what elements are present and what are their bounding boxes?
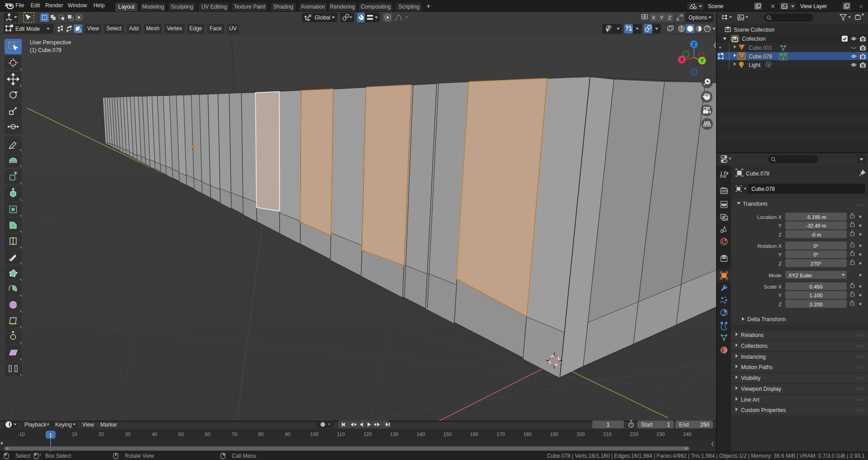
svg-text:250: 250 xyxy=(700,422,709,428)
svg-text:150: 150 xyxy=(443,432,452,437)
svg-text:210: 210 xyxy=(603,432,611,437)
svg-text:90: 90 xyxy=(285,432,290,437)
svg-text:Z: Z xyxy=(778,261,782,266)
svg-text:Y: Y xyxy=(778,223,782,228)
svg-text:190: 190 xyxy=(550,432,558,437)
svg-text:-10: -10 xyxy=(18,432,25,437)
svg-text:40: 40 xyxy=(151,432,157,437)
svg-text:Scale X: Scale X xyxy=(764,284,782,289)
svg-text:80: 80 xyxy=(258,432,264,437)
svg-text:Scene Collection: Scene Collection xyxy=(734,27,774,33)
svg-text:-5.195 m: -5.195 m xyxy=(806,214,826,220)
svg-text:10: 10 xyxy=(72,432,77,437)
svg-text:Marker: Marker xyxy=(100,422,117,428)
svg-text:Rotation X: Rotation X xyxy=(757,243,782,249)
svg-text:Playback: Playback xyxy=(24,422,47,428)
svg-text:170: 170 xyxy=(497,432,505,437)
svg-text:Scene: Scene xyxy=(708,3,723,9)
svg-text:Z: Z xyxy=(778,232,782,237)
svg-text:Global: Global xyxy=(315,14,330,21)
svg-text:120: 120 xyxy=(363,432,372,437)
svg-text:Y: Y xyxy=(778,293,782,298)
svg-text:-32.49 m: -32.49 m xyxy=(806,223,826,228)
svg-text:Options: Options xyxy=(689,14,707,21)
svg-text:20: 20 xyxy=(99,432,104,437)
svg-text:Cube.001: Cube.001 xyxy=(749,45,772,51)
svg-text:100: 100 xyxy=(310,432,318,437)
svg-text:230: 230 xyxy=(656,432,665,437)
svg-text:1.100: 1.100 xyxy=(810,293,823,298)
svg-text:(1) Cube.078: (1) Cube.078 xyxy=(30,47,61,53)
svg-text:180: 180 xyxy=(523,432,531,437)
svg-text:0.450: 0.450 xyxy=(810,284,823,289)
svg-text:110: 110 xyxy=(337,432,345,437)
svg-text:-0 m: -0 m xyxy=(811,232,821,237)
svg-text:200: 200 xyxy=(576,432,585,437)
svg-text:60: 60 xyxy=(205,432,210,437)
svg-text:Y: Y xyxy=(778,252,782,257)
svg-text:160: 160 xyxy=(470,432,478,437)
svg-text:Delta Transform: Delta Transform xyxy=(747,316,786,322)
svg-text:270°: 270° xyxy=(811,261,821,266)
svg-text:Edit Mode: Edit Mode xyxy=(15,26,40,32)
svg-text:1: 1 xyxy=(667,422,670,428)
svg-text:Keying: Keying xyxy=(55,422,72,428)
svg-text:0°: 0° xyxy=(814,252,819,257)
svg-text:End: End xyxy=(679,422,689,428)
svg-text:Y: Y xyxy=(701,58,704,63)
svg-text:X: X xyxy=(652,15,656,20)
svg-text:View Layer: View Layer xyxy=(800,3,827,9)
svg-text:Location X: Location X xyxy=(757,214,782,220)
svg-text:XYZ Euler: XYZ Euler xyxy=(788,273,812,278)
svg-text:X: X xyxy=(680,57,684,62)
svg-text:Z: Z xyxy=(778,302,782,307)
svg-text:Start: Start xyxy=(641,422,653,428)
svg-text:Cube.078: Cube.078 xyxy=(749,53,772,60)
svg-text:1: 1 xyxy=(607,422,610,428)
svg-text:Cube.078: Cube.078 xyxy=(751,186,775,192)
svg-text:Z: Z xyxy=(668,15,671,20)
svg-text:30: 30 xyxy=(125,432,131,437)
svg-text:140: 140 xyxy=(417,432,425,437)
svg-text:70: 70 xyxy=(231,432,237,437)
svg-text:Mode: Mode xyxy=(769,273,782,278)
svg-text:Cube.078: Cube.078 xyxy=(746,171,769,177)
svg-text:0°: 0° xyxy=(814,243,819,249)
svg-text:❮: ❮ xyxy=(711,441,714,446)
svg-text:1: 1 xyxy=(49,432,52,438)
svg-text:View: View xyxy=(82,422,94,428)
svg-text:3.200: 3.200 xyxy=(810,302,823,307)
svg-text:Y: Y xyxy=(660,15,664,20)
svg-text:Z: Z xyxy=(693,42,695,47)
svg-text:240: 240 xyxy=(683,432,691,437)
svg-text:220: 220 xyxy=(630,432,638,437)
svg-text:50: 50 xyxy=(178,432,184,437)
svg-text:❮: ❮ xyxy=(713,42,716,48)
svg-text:130: 130 xyxy=(390,432,398,437)
svg-text:Light: Light xyxy=(749,62,761,68)
svg-text:Collection: Collection xyxy=(742,36,766,42)
svg-text:User Perspective: User Perspective xyxy=(30,39,71,46)
